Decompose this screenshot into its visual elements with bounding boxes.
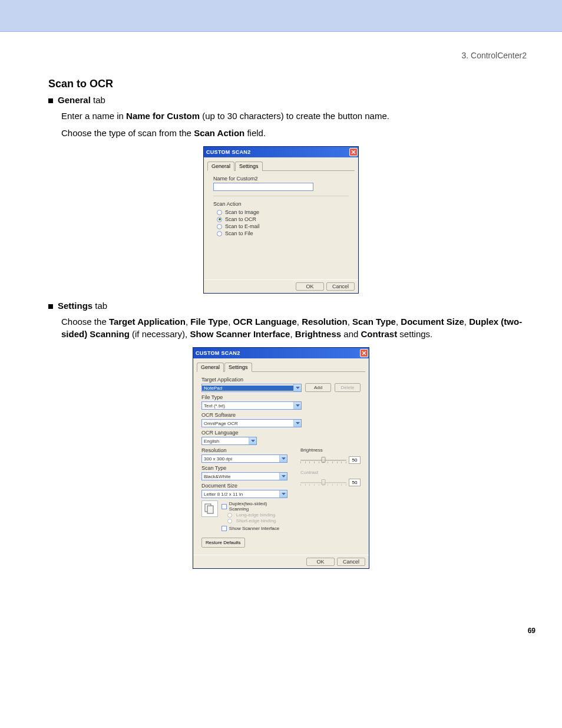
close-icon[interactable] xyxy=(360,349,368,357)
ocr-software-select[interactable]: OmniPage OCR xyxy=(201,419,302,427)
scan-type-label: Scan Type xyxy=(201,465,287,471)
page-content: 3. ControlCenter2 Scan to OCR General ta… xyxy=(0,32,562,647)
svg-rect-1 xyxy=(207,506,213,513)
titlebar-text: CUSTOM SCAN2 xyxy=(206,149,349,155)
general-tab-suffix: tab xyxy=(91,95,105,105)
titlebar-text: CUSTOM SCAN2 xyxy=(196,350,360,356)
scan-type-select[interactable]: Black&White xyxy=(201,472,287,480)
show-scanner-interface-checkbox[interactable]: Show Scanner Interface xyxy=(222,526,287,531)
section-title: Scan to OCR xyxy=(48,78,527,90)
tabstrip: General Settings xyxy=(197,362,365,372)
tab-general[interactable]: General xyxy=(197,363,224,372)
scan-action-label: Scan Action xyxy=(213,201,349,207)
resolution-select[interactable]: 300 x 300 dpi xyxy=(201,454,287,463)
document-size-select[interactable]: Letter 8 1/2 x 11 in xyxy=(201,490,287,498)
add-button[interactable]: Add xyxy=(305,383,331,392)
custom-scan-dialog-general: CUSTOM SCAN2 General Settings Name for C… xyxy=(203,146,359,294)
duplex-scanning-checkbox[interactable]: Duplex(two-sided) Scanning xyxy=(222,501,287,512)
general-para-1: Enter a name in Name for Custom (up to 3… xyxy=(61,110,527,122)
breadcrumb: 3. ControlCenter2 xyxy=(35,51,527,60)
settings-tab-bold: Settings xyxy=(58,301,92,311)
short-edge-binding-radio[interactable]: Short-edge binding xyxy=(227,518,287,523)
titlebar: CUSTOM SCAN2 xyxy=(193,348,369,358)
ok-button[interactable]: OK xyxy=(296,282,324,291)
ocr-language-select[interactable]: English xyxy=(201,437,257,445)
dialog-footer: OK Cancel xyxy=(204,279,358,293)
chevron-down-icon xyxy=(293,402,301,409)
general-tab-bold: General xyxy=(58,95,91,105)
contrast-label: Contrast xyxy=(300,470,361,475)
chevron-down-icon xyxy=(249,437,256,444)
resolution-label: Resolution xyxy=(201,447,287,453)
bullet-square-icon xyxy=(48,98,53,103)
tab-settings[interactable]: Settings xyxy=(235,162,263,171)
custom-scan-dialog-settings: CUSTOM SCAN2 General Settings Target App… xyxy=(193,347,369,569)
file-type-label: File Type xyxy=(201,394,361,400)
ocr-software-label: OCR Software xyxy=(201,412,361,418)
tab-settings[interactable]: Settings xyxy=(224,363,252,372)
radio-scan-to-image[interactable]: Scan to Image xyxy=(217,209,349,215)
chevron-down-icon xyxy=(279,455,287,462)
close-icon[interactable] xyxy=(349,148,358,156)
radio-scan-to-email[interactable]: Scan to E-mail xyxy=(217,223,349,229)
contrast-slider[interactable] xyxy=(300,479,346,486)
chevron-down-icon xyxy=(293,384,301,391)
contrast-value[interactable]: 50 xyxy=(349,479,361,486)
name-for-custom-input[interactable] xyxy=(213,183,313,191)
settings-para: Choose the Target Application, File Type… xyxy=(61,315,527,340)
long-edge-binding-radio[interactable]: Long-edge binding xyxy=(227,512,287,518)
chevron-down-icon xyxy=(293,420,301,427)
radio-scan-to-ocr[interactable]: Scan to OCR xyxy=(217,216,349,222)
divider xyxy=(213,196,349,196)
bullet-settings: Settings tab xyxy=(48,301,527,311)
bullet-general: General tab xyxy=(48,95,527,105)
general-para-2: Choose the type of scan from the Scan Ac… xyxy=(61,127,527,139)
page-number: 69 xyxy=(528,627,535,635)
name-for-custom-label: Name for Custom2 xyxy=(213,176,349,182)
top-accent-band xyxy=(0,0,562,32)
titlebar: CUSTOM SCAN2 xyxy=(204,147,358,157)
brightness-slider-block: Brightness 50 xyxy=(300,447,361,464)
document-size-label: Document Size xyxy=(201,483,287,489)
file-type-select[interactable]: Text (*.txt) xyxy=(201,401,302,410)
radio-scan-to-file[interactable]: Scan to File xyxy=(217,230,349,236)
scan-action-radios: Scan to Image Scan to OCR Scan to E-mail… xyxy=(217,209,349,236)
duplex-block: Duplex(two-sided) Scanning Long-edge bin… xyxy=(201,500,287,532)
bullet-square-icon xyxy=(48,304,53,309)
settings-tab-suffix: tab xyxy=(92,301,107,311)
target-application-label: Target Application xyxy=(201,377,302,383)
duplex-icon xyxy=(201,500,218,517)
brightness-slider[interactable] xyxy=(300,457,346,464)
target-application-select[interactable]: NotePad xyxy=(201,384,302,392)
tabstrip: General Settings xyxy=(207,161,355,171)
cancel-button[interactable]: Cancel xyxy=(326,282,355,291)
chevron-down-icon xyxy=(279,473,287,480)
chevron-down-icon xyxy=(279,490,287,498)
ok-button[interactable]: OK xyxy=(306,558,335,566)
brightness-value[interactable]: 50 xyxy=(349,456,361,464)
dialog-footer: OK Cancel xyxy=(193,555,369,568)
tab-general[interactable]: General xyxy=(207,162,234,171)
contrast-slider-block: Contrast 50 xyxy=(300,470,361,486)
cancel-button[interactable]: Cancel xyxy=(337,558,365,566)
restore-defaults-button[interactable]: Restore Defaults xyxy=(201,538,245,548)
brightness-label: Brightness xyxy=(300,447,361,453)
delete-button[interactable]: Delete xyxy=(335,383,361,392)
ocr-language-label: OCR Language xyxy=(201,430,361,436)
